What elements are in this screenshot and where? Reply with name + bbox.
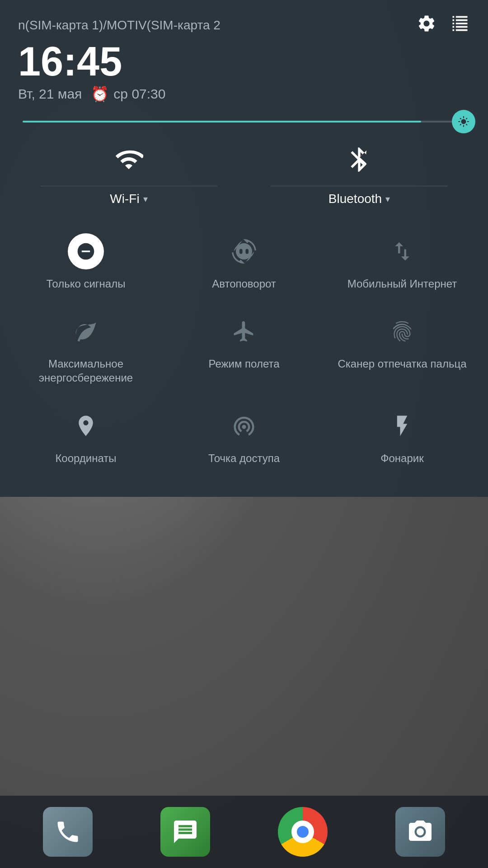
location-label: Координаты <box>55 451 116 465</box>
toggle-row-top: Wi-Fi ▾ Bluetooth ▾ <box>0 136 488 211</box>
silent-label: Только сигналы <box>47 277 126 291</box>
hotspot-icon <box>226 408 262 444</box>
mobile-data-label: Мобильный Интернет <box>347 277 457 291</box>
brightness-slider-fill <box>23 121 421 123</box>
header-top: n(SIM-карта 1)/MOTIV(SIM-карта 2 <box>18 14 470 37</box>
quick-item-autorotate[interactable]: Автоповорот <box>167 224 321 300</box>
bluetooth-icon <box>345 145 374 179</box>
quick-grid: Только сигналы Автоповорот Мобильный Инт… <box>0 224 488 483</box>
quick-item-silent[interactable]: Только сигналы <box>9 224 163 300</box>
quick-item-fingerprint[interactable]: Сканер отпечатка пальца <box>325 304 479 394</box>
list-button[interactable] <box>450 14 470 37</box>
quick-item-flashlight[interactable]: Фонарик <box>325 399 479 474</box>
airplane-label: Режим полета <box>208 357 279 371</box>
battery-saver-icon <box>68 313 104 349</box>
silent-icon <box>68 233 104 269</box>
fingerprint-icon <box>384 313 420 349</box>
wifi-label: Wi-Fi <box>110 192 139 206</box>
mobile-data-icon <box>384 233 420 269</box>
autorotate-label: Автоповорот <box>212 277 276 291</box>
autorotate-icon <box>226 233 262 269</box>
quick-item-mobile-data[interactable]: Мобильный Интернет <box>325 224 479 300</box>
wifi-dropdown-arrow[interactable]: ▾ <box>143 193 148 204</box>
svg-point-0 <box>417 828 424 835</box>
time-display: 16:45 <box>18 41 470 82</box>
notification-panel: n(SIM-карта 1)/MOTIV(SIM-карта 2 16:45 В… <box>0 0 488 497</box>
alarm-section: ⏰ ср 07:30 <box>91 85 165 103</box>
brightness-thumb <box>452 110 475 133</box>
wifi-label-row: Wi-Fi ▾ <box>110 192 147 206</box>
quick-item-airplane[interactable]: Режим полета <box>167 304 321 394</box>
quick-item-hotspot[interactable]: Точка доступа <box>167 399 321 474</box>
bluetooth-toggle[interactable]: Bluetooth ▾ <box>244 136 474 211</box>
header-icons <box>417 14 470 37</box>
bluetooth-dropdown-arrow[interactable]: ▾ <box>385 193 390 204</box>
fingerprint-label: Сканер отпечатка пальца <box>338 357 467 371</box>
date-text: Вт, 21 мая <box>18 86 82 102</box>
bluetooth-label-row: Bluetooth ▾ <box>328 192 390 206</box>
settings-button[interactable] <box>417 14 436 37</box>
airplane-icon <box>226 313 262 349</box>
brightness-slider-track[interactable] <box>23 121 465 123</box>
quick-item-battery-saver[interactable]: Максимальное энергосбережение <box>9 304 163 394</box>
flashlight-label: Фонарик <box>380 451 423 465</box>
sim-info: n(SIM-карта 1)/MOTIV(SIM-карта 2 <box>18 18 417 33</box>
battery-saver-label: Максимальное энергосбережение <box>14 357 158 385</box>
alarm-icon: ⏰ <box>91 85 109 103</box>
wifi-divider <box>40 186 217 186</box>
dock-camera-button[interactable] <box>395 807 445 857</box>
date-alarm: Вт, 21 мая ⏰ ср 07:30 <box>18 85 470 103</box>
dock-phone-button[interactable] <box>43 807 93 857</box>
flashlight-icon <box>384 408 420 444</box>
quick-item-location[interactable]: Координаты <box>9 399 163 474</box>
wifi-icon <box>114 145 143 179</box>
bluetooth-label: Bluetooth <box>328 192 382 206</box>
dock-chrome-button[interactable] <box>278 807 328 857</box>
bluetooth-divider <box>271 186 448 186</box>
alarm-time: ср 07:30 <box>113 86 165 102</box>
brightness-section[interactable] <box>0 112 488 136</box>
wifi-toggle[interactable]: Wi-Fi ▾ <box>14 136 244 211</box>
bottom-dock <box>0 796 488 868</box>
dock-messages-button[interactable] <box>160 807 210 857</box>
hotspot-label: Точка доступа <box>208 451 280 465</box>
header: n(SIM-карта 1)/MOTIV(SIM-карта 2 16:45 В… <box>0 0 488 112</box>
location-icon <box>68 408 104 444</box>
